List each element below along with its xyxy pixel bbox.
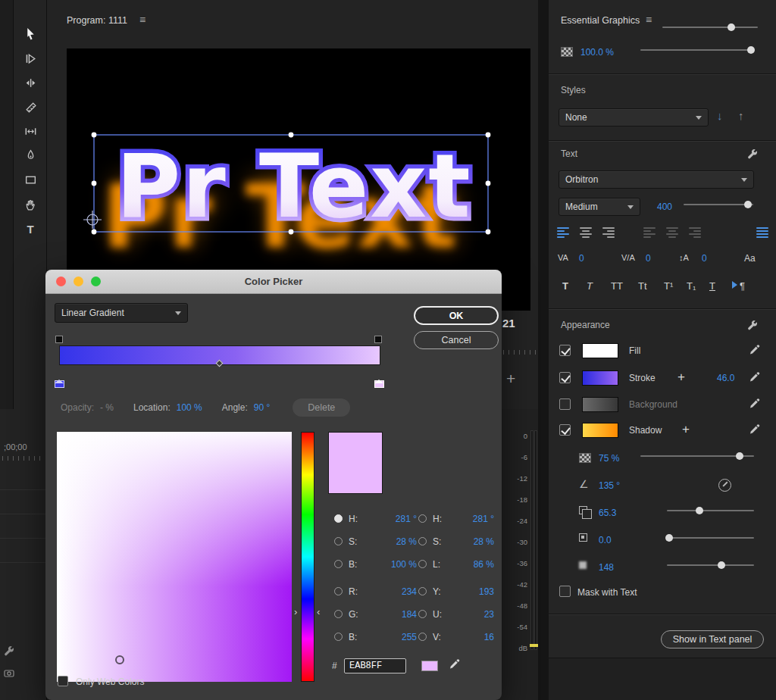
- panel-separator[interactable]: [538, 0, 549, 700]
- gradient-type-dropdown[interactable]: Linear Gradient: [55, 303, 188, 323]
- rgb-g-radio[interactable]: [334, 610, 343, 618]
- hsl-h-radio[interactable]: [418, 514, 427, 523]
- minimize-window-button[interactable]: [74, 277, 83, 286]
- hsb-b-value[interactable]: 100 %: [383, 559, 417, 570]
- timeline-timecode[interactable]: ;00;00: [4, 442, 27, 452]
- small-caps-button[interactable]: Tt: [638, 280, 647, 292]
- gradient-angle-value[interactable]: 90 °: [254, 402, 270, 413]
- hex-color-swatch[interactable]: [421, 661, 438, 671]
- shadow-angle-value[interactable]: 135 °: [599, 480, 620, 491]
- appearance-settings-wrench-icon[interactable]: [747, 320, 758, 330]
- align-right-button[interactable]: [602, 227, 615, 238]
- yuv-u-value[interactable]: 23: [461, 609, 494, 620]
- yuv-u-radio[interactable]: [418, 610, 427, 618]
- type-tool-button[interactable]: T: [17, 218, 44, 239]
- rgb-r-value[interactable]: 234: [383, 586, 417, 597]
- yuv-v-value[interactable]: 16: [461, 632, 494, 642]
- gradient-opacity-stop-left[interactable]: [55, 336, 63, 343]
- pen-tool-button[interactable]: [17, 145, 44, 166]
- stroke-checkbox[interactable]: [559, 372, 571, 383]
- panel-menu-icon[interactable]: ≡: [139, 14, 146, 26]
- ripple-edit-tool-button[interactable]: [17, 72, 44, 93]
- hsl-l-value[interactable]: 86 %: [461, 559, 494, 570]
- justify-last-right-button[interactable]: [689, 227, 701, 238]
- push-style-down-icon[interactable]: ↓: [717, 109, 723, 122]
- add-marker-plus-icon[interactable]: +: [506, 370, 515, 388]
- shadow-blur-slider[interactable]: [667, 561, 754, 570]
- hsb-s-radio[interactable]: [334, 537, 343, 545]
- yuv-y-radio[interactable]: [418, 587, 427, 595]
- stroke-color-swatch[interactable]: [582, 370, 618, 386]
- kerning-value[interactable]: 0: [646, 253, 651, 264]
- stop-location-value[interactable]: 100 %: [177, 402, 202, 413]
- color-field-cursor[interactable]: [115, 655, 124, 664]
- anchor-point[interactable]: [83, 211, 102, 229]
- underline-button[interactable]: T: [709, 280, 715, 292]
- shadow-opacity-slider[interactable]: [640, 452, 754, 461]
- hex-input[interactable]: [344, 658, 406, 673]
- hsb-h-value[interactable]: 281 °: [383, 514, 417, 524]
- monitor-zoom-ruler[interactable]: [503, 350, 537, 355]
- add-stroke-button[interactable]: +: [677, 370, 685, 385]
- timecode-display[interactable]: 21: [502, 317, 515, 330]
- pull-style-up-icon[interactable]: ↑: [738, 109, 744, 122]
- camera-icon[interactable]: [4, 668, 14, 677]
- text-settings-wrench-icon[interactable]: [747, 148, 758, 159]
- justify-last-center-button[interactable]: [666, 227, 678, 238]
- font-family-dropdown[interactable]: Orbitron: [559, 170, 754, 189]
- rgb-b-radio[interactable]: [334, 633, 343, 641]
- shadow-blur-value[interactable]: 148: [599, 562, 614, 573]
- cancel-button[interactable]: Cancel: [414, 331, 499, 349]
- leading-value[interactable]: 0: [702, 253, 707, 264]
- hsb-s-value[interactable]: 28 %: [383, 536, 417, 547]
- stop-opacity-value[interactable]: - %: [100, 402, 114, 413]
- hsb-h-radio[interactable]: [334, 514, 343, 523]
- shadow-opacity-value[interactable]: 75 %: [599, 453, 619, 464]
- shadow-size-value[interactable]: 0.0: [599, 535, 612, 545]
- only-web-colors-checkbox[interactable]: [58, 676, 68, 686]
- hsl-s-value[interactable]: 28 %: [461, 536, 494, 547]
- stroke-eyedropper-icon[interactable]: [749, 370, 761, 383]
- hex-eyedropper-icon[interactable]: [449, 658, 461, 670]
- delete-stop-button[interactable]: Delete: [293, 398, 350, 417]
- stroke-width-value[interactable]: 46.0: [717, 373, 734, 383]
- add-shadow-button[interactable]: +: [682, 422, 690, 437]
- subscript-button[interactable]: T₁: [687, 280, 696, 292]
- hue-slider[interactable]: [301, 432, 314, 682]
- title-text-object[interactable]: Pr Text: [116, 135, 471, 237]
- font-weight-dropdown[interactable]: Medium: [559, 198, 640, 216]
- timeline-settings-wrench-icon[interactable]: [4, 645, 14, 656]
- hsl-s-radio[interactable]: [418, 537, 427, 545]
- align-left-button[interactable]: [557, 227, 569, 238]
- shadow-distance-slider[interactable]: [667, 506, 754, 515]
- faux-bold-button[interactable]: T: [562, 280, 568, 292]
- layer-opacity-slider[interactable]: [640, 45, 754, 55]
- superscript-button[interactable]: T¹: [664, 280, 673, 292]
- yuv-y-value[interactable]: 193: [461, 586, 494, 597]
- align-center-button[interactable]: [580, 227, 592, 238]
- all-caps-button[interactable]: TT: [611, 280, 623, 292]
- layer-opacity-value[interactable]: 100.0 %: [580, 47, 614, 58]
- track-select-tool-button[interactable]: [17, 48, 44, 69]
- rgb-g-value[interactable]: 184: [383, 609, 417, 620]
- timeline-ruler[interactable]: [2, 456, 45, 461]
- panel-menu-icon[interactable]: ≡: [646, 14, 652, 26]
- shadow-color-swatch[interactable]: [582, 423, 618, 438]
- close-window-button[interactable]: [56, 277, 66, 286]
- font-size-value[interactable]: 400: [657, 202, 672, 212]
- rgb-b-value[interactable]: 255: [383, 632, 417, 642]
- fill-color-swatch[interactable]: [582, 343, 618, 358]
- shadow-eyedropper-icon[interactable]: [749, 423, 761, 435]
- hsl-h-value[interactable]: 281 °: [461, 514, 494, 524]
- show-in-text-panel-button[interactable]: Show in Text panel: [661, 630, 764, 648]
- styles-dropdown[interactable]: None: [559, 108, 709, 127]
- background-color-swatch[interactable]: [582, 397, 618, 412]
- gradient-color-stop-left[interactable]: [55, 367, 64, 388]
- rectangle-tool-button[interactable]: [17, 169, 44, 190]
- justify-last-left-button[interactable]: [643, 227, 656, 238]
- yuv-v-radio[interactable]: [418, 633, 427, 641]
- zoom-window-button[interactable]: [91, 277, 101, 286]
- hsb-b-radio[interactable]: [334, 560, 343, 568]
- shadow-size-slider[interactable]: [667, 533, 754, 542]
- fill-checkbox[interactable]: [559, 345, 571, 356]
